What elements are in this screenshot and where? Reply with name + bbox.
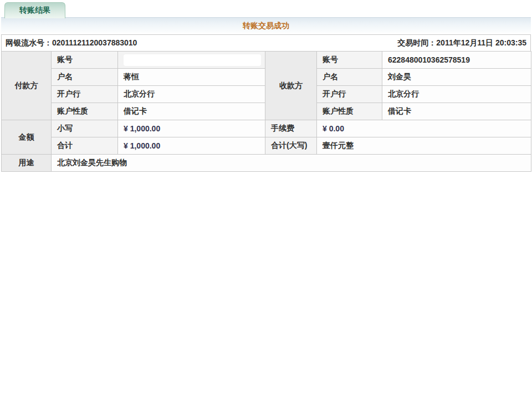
payee-bank-label: 开户行 [317, 86, 382, 103]
payee-account-value: 6228480010362578519 [382, 52, 531, 69]
payer-bank-label: 开户行 [52, 86, 118, 103]
serial-number-label: 网银流水号： [6, 38, 52, 47]
redaction-overlay [124, 54, 261, 66]
payee-group-label: 收款方 [265, 52, 317, 120]
serial-number: 网银流水号：02011121120037883010 [6, 35, 137, 51]
payer-account-type-value: 借记卡 [118, 103, 265, 120]
fee-label: 手续费 [265, 120, 317, 137]
table-row: 金额 小写 ¥ 1,000.00 手续费 ¥ 0.00 [2, 120, 531, 137]
payee-name-label: 户名 [317, 69, 382, 86]
transaction-time-label: 交易时间： [397, 38, 436, 47]
purpose-value: 北京刘金昊先生购物 [52, 155, 531, 172]
payer-bank-value: 北京分行 [118, 86, 265, 103]
total-label: 合计 [52, 137, 118, 155]
transfer-detail-table: 付款方 账号 收款方 账号 6228480010362578519 户名 蒋恒 … [1, 51, 531, 172]
fee-value: ¥ 0.00 [317, 120, 531, 137]
payer-name-value: 蒋恒 [118, 69, 265, 86]
payer-account-type-label: 账户性质 [52, 103, 118, 120]
table-row: 付款方 账号 收款方 账号 6228480010362578519 [2, 52, 531, 69]
page-title: 转账交易成功 [1, 17, 531, 33]
table-row: 合计 ¥ 1,000.00 合计(大写) 壹仟元整 [2, 137, 531, 155]
payer-name-label: 户名 [52, 69, 118, 86]
tab-strip: 转账结果 [0, 0, 532, 17]
payer-account-label: 账号 [52, 52, 118, 69]
amount-figures-value: ¥ 1,000.00 [118, 120, 265, 137]
total-words-label: 合计(大写) [265, 137, 317, 155]
payee-account-type-label: 账户性质 [317, 103, 382, 120]
payee-bank-value: 北京分行 [382, 86, 531, 103]
total-value: ¥ 1,000.00 [118, 137, 265, 155]
serial-number-value: 02011121120037883010 [52, 38, 137, 47]
total-words-value: 壹仟元整 [317, 137, 531, 155]
transfer-result-page: 转账结果 转账交易成功 网银流水号：02011121120037883010 交… [0, 0, 532, 399]
payee-account-label: 账号 [317, 52, 382, 69]
purpose-label: 用途 [2, 155, 52, 172]
table-row: 用途 北京刘金昊先生购物 [2, 155, 531, 172]
amount-group-label: 金额 [2, 120, 52, 155]
tab-transfer-result[interactable]: 转账结果 [4, 2, 65, 18]
transaction-time: 交易时间：2011年12月11日 20:03:35 [397, 35, 526, 51]
payee-name-value: 刘金昊 [382, 69, 531, 86]
payee-account-type-value: 借记卡 [382, 103, 531, 120]
transaction-time-value: 2011年12月11日 20:03:35 [436, 38, 526, 47]
transaction-meta-row: 网银流水号：02011121120037883010 交易时间：2011年12月… [1, 34, 531, 51]
amount-figures-label: 小写 [52, 120, 118, 137]
payer-account-value [118, 52, 265, 69]
payer-group-label: 付款方 [2, 52, 52, 120]
